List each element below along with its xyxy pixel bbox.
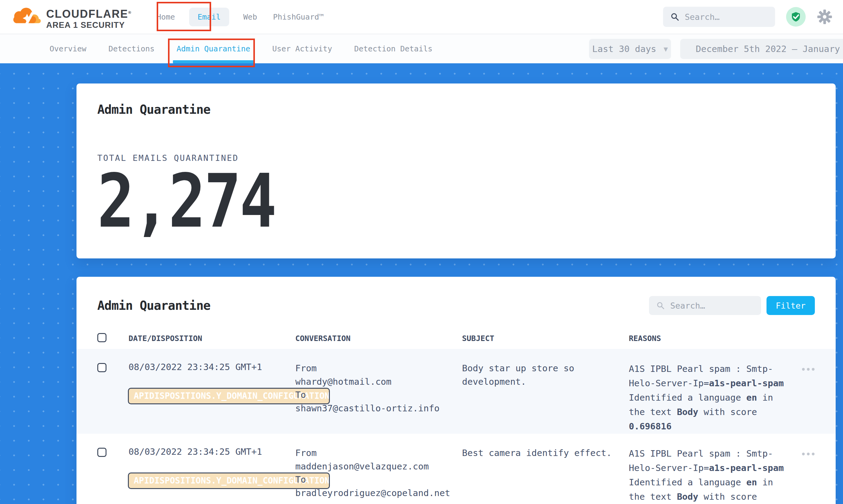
table-card-title: Admin Quarantine xyxy=(97,299,210,312)
tab-detection-details[interactable]: Detection Details xyxy=(350,34,436,63)
table-row: 08/03/2022 23:34:25 GMT+1 From whardy@ho… xyxy=(76,349,836,434)
tab-detections[interactable]: Detections xyxy=(105,34,158,63)
date-range-dropdown[interactable]: Last 30 days ▼ xyxy=(589,39,671,59)
summary-card: Admin Quarantine TOTAL EMAILS QUARANTINE… xyxy=(76,84,836,258)
row-date: 08/03/2022 23:34:25 GMT+1 xyxy=(128,362,295,372)
conversation-from-label: From xyxy=(295,362,462,375)
conversation-to-label: To xyxy=(295,389,462,402)
conversation-to-label: To xyxy=(295,473,462,487)
row-conversation: From maddenjason@velazquez.com To bradle… xyxy=(295,447,462,500)
shield-check-icon[interactable] xyxy=(786,7,806,26)
table-search xyxy=(649,296,761,315)
page: CLOUDFLARE® AREA 1 SECURITY HomeEmailWeb… xyxy=(0,0,843,504)
brand-name: CLOUDFLARE® xyxy=(46,8,132,20)
registered-mark: ® xyxy=(128,10,132,15)
table-search-input[interactable] xyxy=(670,301,754,310)
header-search xyxy=(663,7,775,27)
date-range-display[interactable]: December 5th 2022 — January 4th 2023 xyxy=(680,39,843,59)
ellipsis-icon[interactable] xyxy=(800,366,836,373)
table-row: 08/03/2022 23:34:25 GMT+1 From maddenjas… xyxy=(76,434,836,504)
column-header-subject: SUBJECT xyxy=(462,334,629,344)
nav-item-email[interactable]: Email xyxy=(189,8,229,26)
table-header-row: DATE/DISPOSITIONCONVERSATIONSUBJECTREASO… xyxy=(76,318,836,349)
nav-item-home[interactable]: Home xyxy=(155,13,177,21)
date-range-dropdown-label: Last 30 days xyxy=(592,44,656,54)
primary-nav: HomeEmailWebPhishGuard™ xyxy=(155,0,326,34)
conversation-from-address: maddenjason@velazquez.com xyxy=(295,460,462,473)
conversation-from-label: From xyxy=(295,447,462,460)
column-header-conversation: CONVERSATION xyxy=(295,334,462,344)
column-header-date-disposition: DATE/DISPOSITION xyxy=(128,334,295,344)
header-search-input[interactable] xyxy=(685,12,768,22)
quarantine-table-card: Admin Quarantine Filter DATE/DI xyxy=(76,277,836,504)
conversation-to-address: bradleyrodriguez@copeland.net xyxy=(295,487,462,500)
gear-icon[interactable] xyxy=(817,9,832,25)
row-conversation: From whardy@hotmail.com To shawn37@casti… xyxy=(295,362,462,415)
filter-button[interactable]: Filter xyxy=(767,296,815,315)
row-reasons: A1S IPBL Pearl spam : Smtp-Helo-Server-I… xyxy=(629,447,788,504)
ellipsis-icon[interactable] xyxy=(800,451,836,457)
search-icon xyxy=(656,301,665,310)
metric-value: 2,274 xyxy=(97,164,700,239)
brand-subtitle: AREA 1 SECURITY xyxy=(46,21,132,29)
main-content: Admin Quarantine TOTAL EMAILS QUARANTINE… xyxy=(0,63,843,504)
summary-card-title: Admin Quarantine xyxy=(97,103,815,116)
row-reasons: A1S IPBL Pearl spam : Smtp-Helo-Server-I… xyxy=(629,362,788,434)
brand-logo: CLOUDFLARE® AREA 1 SECURITY xyxy=(11,4,132,29)
tab-overview[interactable]: Overview xyxy=(46,34,90,63)
secondary-nav: OverviewDetectionsAdmin QuarantineUser A… xyxy=(0,34,843,63)
tab-user-activity[interactable]: User Activity xyxy=(269,34,336,63)
row-subject: Body star up store so development. xyxy=(462,362,618,389)
column-header-reasons: REASONS xyxy=(629,334,800,344)
row-subject: Best camera identify effect. xyxy=(462,447,618,460)
date-range-text: December 5th 2022 — January 4th 2023 xyxy=(696,44,843,54)
search-icon xyxy=(670,12,679,22)
row-date: 08/03/2022 23:34:25 GMT+1 xyxy=(128,447,295,457)
cloudflare-cloud-icon xyxy=(11,6,42,25)
app-header: CLOUDFLARE® AREA 1 SECURITY HomeEmailWeb… xyxy=(0,0,843,34)
row-checkbox[interactable] xyxy=(97,363,106,372)
chevron-down-icon: ▼ xyxy=(664,46,668,52)
conversation-from-address: whardy@hotmail.com xyxy=(295,375,462,389)
row-checkbox[interactable] xyxy=(97,448,106,457)
conversation-to-address: shawn37@castillo-ortiz.info xyxy=(295,402,462,415)
tab-admin-quarantine[interactable]: Admin Quarantine xyxy=(173,34,254,63)
select-all-checkbox[interactable] xyxy=(97,333,106,342)
nav-item-phishguard[interactable]: PhishGuard™ xyxy=(271,13,326,21)
table-body: 08/03/2022 23:34:25 GMT+1 From whardy@ho… xyxy=(76,349,836,504)
nav-item-web[interactable]: Web xyxy=(242,13,259,21)
